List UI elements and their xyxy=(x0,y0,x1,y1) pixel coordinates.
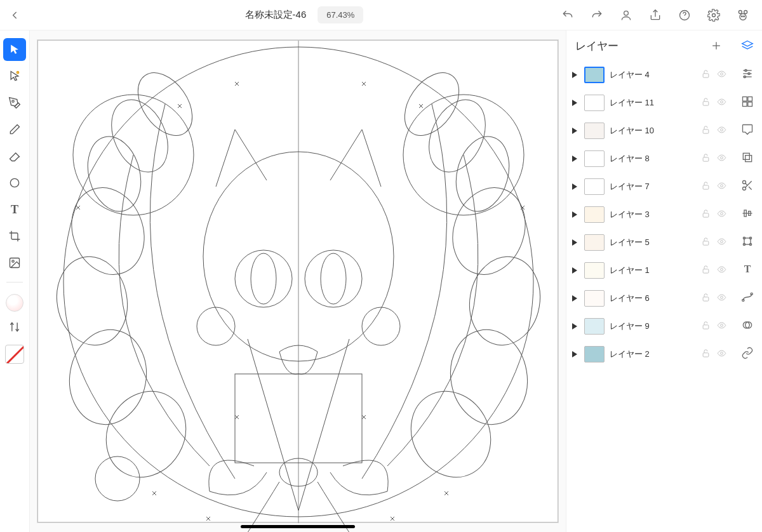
artboard[interactable] xyxy=(37,40,558,522)
lock-icon[interactable] xyxy=(701,181,711,193)
blend-panel-toggle[interactable] xyxy=(740,317,755,333)
svg-point-28 xyxy=(62,324,154,431)
properties-panel-toggle[interactable] xyxy=(740,66,755,81)
lock-icon[interactable] xyxy=(701,265,711,277)
svg-point-59 xyxy=(721,184,723,187)
visibility-icon[interactable] xyxy=(717,97,726,109)
layer-row[interactable]: レイヤー 1 xyxy=(566,256,733,284)
svg-rect-89 xyxy=(743,153,749,159)
layer-row[interactable]: レイヤー 2 xyxy=(566,340,733,368)
swatches-panel-toggle[interactable] xyxy=(740,94,755,109)
svg-point-20 xyxy=(305,250,362,307)
lock-icon[interactable] xyxy=(701,97,711,109)
svg-point-31 xyxy=(80,131,149,218)
layer-name-label: レイヤー 11 xyxy=(610,97,696,109)
visibility-icon[interactable] xyxy=(717,69,726,81)
layers-list: レイヤー 4レイヤー 11レイヤー 10レイヤー 8レイヤー 7レイヤー 3レイ… xyxy=(566,61,733,532)
arrange-panel-toggle[interactable] xyxy=(740,150,755,165)
layer-row[interactable]: レイヤー 4 xyxy=(566,61,733,89)
scissors-tool[interactable] xyxy=(740,178,755,193)
visibility-icon[interactable] xyxy=(717,293,726,305)
back-button[interactable] xyxy=(8,8,23,23)
lock-icon[interactable] xyxy=(701,237,711,249)
zoom-level[interactable]: 67.43% xyxy=(318,6,363,23)
layer-row[interactable]: レイヤー 6 xyxy=(566,284,733,312)
layer-row[interactable]: レイヤー 7 xyxy=(566,173,733,201)
right-rail: T xyxy=(733,30,762,532)
svg-point-26 xyxy=(60,177,156,284)
svg-rect-52 xyxy=(703,129,709,133)
lock-icon[interactable] xyxy=(701,153,711,165)
svg-rect-90 xyxy=(745,156,752,162)
svg-point-24 xyxy=(362,307,400,345)
svg-point-19 xyxy=(235,250,292,307)
artwork-outline xyxy=(13,22,584,532)
layer-row[interactable]: レイヤー 11 xyxy=(566,89,733,117)
svg-point-4 xyxy=(712,13,716,17)
layer-name-label: レイヤー 2 xyxy=(610,349,696,360)
visibility-icon[interactable] xyxy=(717,349,726,361)
svg-point-30 xyxy=(100,91,178,182)
svg-rect-46 xyxy=(703,73,709,77)
help-icon[interactable] xyxy=(677,8,692,23)
svg-point-71 xyxy=(721,296,723,298)
visibility-icon[interactable] xyxy=(717,237,726,249)
settings-icon[interactable] xyxy=(706,8,721,23)
mascot-icon[interactable] xyxy=(735,8,751,23)
layer-row[interactable]: レイヤー 9 xyxy=(566,312,733,340)
user-icon[interactable] xyxy=(618,8,634,23)
layer-thumbnail xyxy=(584,290,605,307)
type-panel-toggle[interactable]: T xyxy=(740,262,755,277)
layers-panel-toggle[interactable] xyxy=(740,38,755,53)
visibility-icon[interactable] xyxy=(717,153,726,165)
layer-row[interactable]: レイヤー 3 xyxy=(566,201,733,229)
svg-point-22 xyxy=(321,253,346,304)
layers-panel: レイヤー レイヤー 4レイヤー 11レイヤー 10レイヤー 8レイヤー 7レイヤ… xyxy=(566,30,733,532)
visibility-icon[interactable] xyxy=(717,321,726,333)
lock-icon[interactable] xyxy=(701,209,711,221)
undo-button[interactable] xyxy=(560,8,575,23)
svg-point-91 xyxy=(743,181,746,184)
svg-point-50 xyxy=(721,100,723,103)
svg-point-39 xyxy=(448,131,517,218)
svg-point-23 xyxy=(197,307,235,345)
svg-marker-78 xyxy=(742,41,753,46)
lock-icon[interactable] xyxy=(701,69,711,81)
layer-thumbnail xyxy=(584,234,605,251)
layer-row[interactable]: レイヤー 10 xyxy=(566,117,733,145)
svg-rect-76 xyxy=(703,352,709,356)
share-icon[interactable] xyxy=(648,8,663,23)
svg-line-94 xyxy=(749,187,752,190)
svg-rect-49 xyxy=(703,101,709,105)
lock-icon[interactable] xyxy=(701,321,711,333)
visibility-icon[interactable] xyxy=(717,209,726,221)
layer-row[interactable]: レイヤー 8 xyxy=(566,145,733,173)
lock-icon[interactable] xyxy=(701,349,711,361)
svg-point-74 xyxy=(721,324,723,326)
layer-name-label: レイヤー 3 xyxy=(610,209,696,220)
layer-thumbnail xyxy=(584,95,605,111)
canvas-area[interactable] xyxy=(29,30,566,532)
lock-icon[interactable] xyxy=(701,293,711,305)
svg-point-6 xyxy=(744,10,747,13)
redo-button[interactable] xyxy=(589,8,605,23)
layer-row[interactable]: レイヤー 5 xyxy=(566,229,733,256)
layer-thumbnail xyxy=(584,150,605,167)
lock-icon[interactable] xyxy=(701,125,711,137)
path-panel-toggle[interactable] xyxy=(740,289,755,305)
visibility-icon[interactable] xyxy=(717,181,726,193)
align-panel-toggle[interactable] xyxy=(740,206,755,221)
visibility-icon[interactable] xyxy=(717,265,726,277)
add-layer-button[interactable] xyxy=(709,38,724,53)
link-panel-toggle[interactable] xyxy=(740,345,755,361)
svg-point-65 xyxy=(721,240,723,243)
svg-point-21 xyxy=(251,253,276,304)
svg-rect-86 xyxy=(748,97,752,102)
svg-rect-58 xyxy=(703,185,709,189)
layer-thumbnail xyxy=(584,67,605,83)
visibility-icon[interactable] xyxy=(717,125,726,137)
svg-rect-67 xyxy=(703,269,709,272)
comments-panel-toggle[interactable] xyxy=(740,122,755,137)
transform-panel-toggle[interactable] xyxy=(740,234,755,249)
svg-rect-61 xyxy=(703,213,709,216)
